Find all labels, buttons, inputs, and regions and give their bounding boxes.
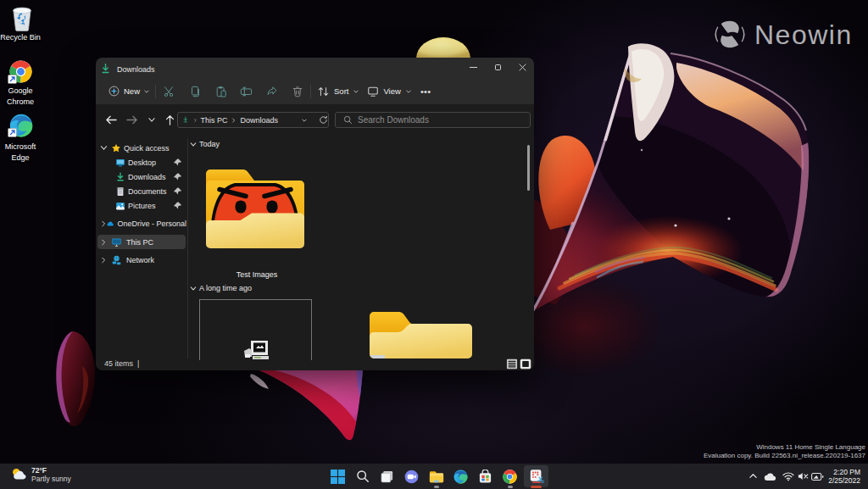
- svg-text:Neowin: Neowin: [754, 19, 853, 50]
